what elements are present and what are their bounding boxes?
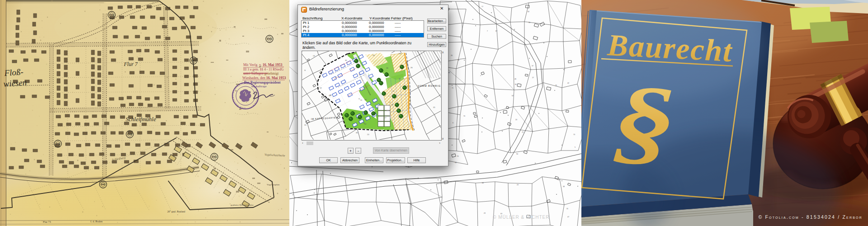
svg-text:Wiesbaden, den 16. Mai 1953: Wiesbaden, den 16. Mai 1953 [242,76,286,80]
svg-text:79: 79 [522,132,524,133]
svg-text:118: 118 [320,87,322,89]
svg-text:RWE: RWE [212,156,217,158]
svg-text:Vogelbauplatz: Vogelbauplatz [267,184,280,186]
svg-text:46: 46 [514,78,516,80]
svg-text:24: 24 [517,184,519,186]
svg-text:Schleifmühle: Schleifmühle [126,116,156,122]
svg-text:313: 313 [304,124,307,126]
svg-text:27: 27 [532,77,534,79]
svg-text:73: 73 [573,134,575,136]
svg-text:275: 275 [363,122,365,124]
svg-text:91: 91 [457,155,459,157]
svg-text:16: 16 [528,22,530,24]
svg-text:62: 62 [512,95,514,97]
svg-text:248: 248 [364,99,367,101]
svg-text:238: 238 [386,67,388,69]
svg-text:36: 36 [304,70,306,71]
svg-text:152: 152 [392,90,395,92]
svg-text:360: 360 [356,132,358,134]
svg-text:70: 70 [463,115,465,117]
svg-text:87: 87 [495,30,497,32]
svg-text:325: 325 [433,107,435,108]
svg-text:geplanter Bebauungsplan: geplanter Bebauungsplan [231,204,254,206]
svg-text:wiesen: wiesen [3,77,27,89]
svg-text:296: 296 [410,67,413,69]
svg-text:f. d. Boden: f. d. Boden [90,220,103,223]
svg-text:77: 77 [481,6,483,8]
svg-text:206: 206 [407,87,409,89]
svg-text:20: 20 [515,119,517,121]
svg-text:RWE: RWE [56,143,60,145]
svg-text:26: 26 [451,55,453,56]
svg-text:42: 42 [567,82,569,84]
svg-text:213: 213 [367,134,369,136]
svg-text:15: 15 [555,85,557,86]
svg-text:RWE: RWE [127,133,132,136]
svg-text:RWE: RWE [109,14,114,16]
svg-text:82: 82 [558,179,560,181]
svg-text:88: 88 [482,182,484,184]
svg-text:54: 54 [408,75,410,76]
svg-text:VORM RÖHRIG: VORM RÖHRIG [418,85,441,87]
svg-text:14: 14 [458,59,459,61]
svg-text:RWE: RWE [191,60,196,62]
svg-text:5: 5 [575,146,576,148]
svg-text:47: 47 [567,216,569,218]
svg-text:365: 365 [345,60,347,61]
svg-text:RWE: RWE [101,184,105,186]
svg-text:III 3 a gem. §§ 4 - 11 RSiedG: III 3 a gem. §§ 4 - 11 RSiedG [243,67,284,71]
svg-text:37: 37 [532,65,533,67]
svg-text:298: 298 [373,55,375,56]
svg-text:7: 7 [487,30,488,32]
svg-text:136: 136 [406,62,408,64]
svg-text:§: § [611,66,679,175]
svg-text:7: 7 [480,75,481,77]
svg-text:90: 90 [516,153,518,155]
svg-text:384: 384 [330,94,332,96]
svg-text:82: 82 [528,11,529,13]
svg-text:177: 177 [384,117,387,119]
svg-text:31: 31 [566,208,568,210]
svg-text:12: 12 [335,76,337,78]
svg-text:Flur 7: Flur 7 [123,61,138,67]
svg-text:219: 219 [346,53,348,55]
svg-text:133: 133 [313,55,315,57]
svg-text:29: 29 [484,212,486,214]
svg-text:280: 280 [391,104,393,106]
svg-text:Flur 73: Flur 73 [43,221,51,223]
svg-text:26° gepl. Bauland: 26° gepl. Bauland [167,210,185,213]
svg-text:212: 212 [389,102,391,104]
svg-text:71: 71 [452,87,453,89]
svg-text:92: 92 [455,162,457,164]
svg-text:© MÜLLER & RICHTER: © MÜLLER & RICHTER [493,215,549,220]
svg-text:38: 38 [563,186,565,188]
svg-text:127: 127 [399,78,401,80]
svg-text:© Fotolia.com - 81534024 / Zer: © Fotolia.com - 81534024 / Zerbor [758,214,863,220]
svg-text:6: 6 [453,122,453,124]
svg-text:248: 248 [399,53,401,55]
svg-text:111: 111 [360,99,363,101]
svg-text:Mit Verfg. v. 16. Mai 1953: Mit Verfg. v. 16. Mai 1953 [243,63,282,67]
svg-text:84: 84 [515,84,517,85]
svg-text:Floß-: Floß- [4,67,24,78]
svg-text:RWE: RWE [267,38,272,40]
